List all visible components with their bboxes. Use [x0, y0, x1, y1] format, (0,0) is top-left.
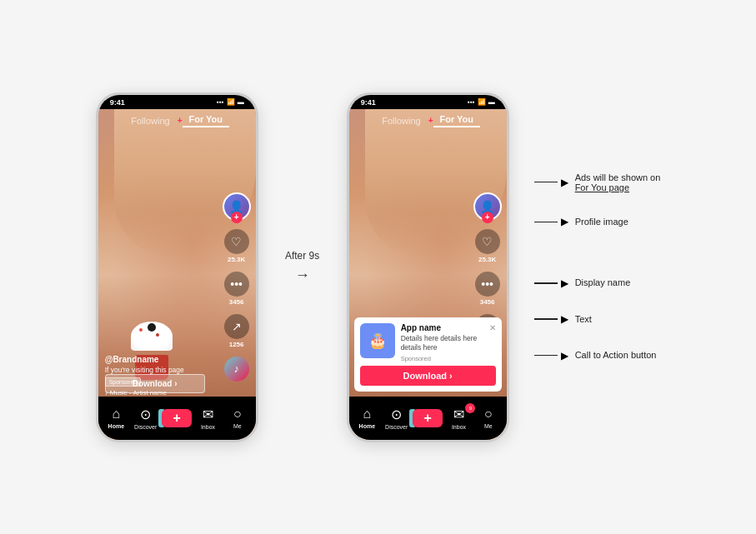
foryou-tab-1[interactable]: For You: [183, 114, 230, 127]
likes-count-2: 25.3K: [478, 256, 496, 263]
following-tab-1[interactable]: Following: [124, 116, 176, 126]
status-bar-1: 9:41 ▪▪▪ 📶 ▬: [98, 95, 256, 109]
inbox-label-1: Inbox: [201, 424, 215, 430]
profile-btn-1[interactable]: 👤 +: [223, 192, 251, 221]
arrowhead-foryou: ▶: [561, 177, 568, 188]
phone-1: 9:41 ▪▪▪ 📶 ▬ Fo: [96, 92, 258, 442]
annotation-cta: ▶ Call to Action button: [534, 349, 661, 362]
arrow-profile: ▶: [534, 216, 568, 227]
time-1: 9:41: [110, 98, 125, 107]
me-label-2: Me: [484, 423, 493, 429]
nav-me-2[interactable]: ○ Me: [475, 407, 502, 429]
annotation-text: ▶ Text: [534, 313, 661, 326]
likes-action-1[interactable]: ♡ 25.3K: [224, 229, 249, 263]
nav-home-2[interactable]: ⌂ Home: [353, 407, 380, 429]
inbox-badge-2: 9: [465, 403, 475, 413]
ad-download-btn[interactable]: Download ›: [360, 366, 496, 386]
comments-action-2[interactable]: ••• 3456: [475, 272, 500, 306]
sprinkle: [156, 333, 159, 337]
line-cta: [534, 355, 558, 357]
heart-icon-1: ♡: [224, 229, 249, 254]
home-icon-2: ⌂: [363, 407, 371, 422]
inbox-label-2: Inbox: [452, 424, 466, 430]
home-label-1: Home: [108, 423, 124, 429]
wifi-icon: 📶: [227, 98, 235, 106]
likes-action-2[interactable]: ♡ 25.3K: [475, 229, 500, 263]
arrowhead-displayname: ▶: [561, 277, 568, 289]
side-actions-1: 👤 + ♡ 25.3K ••• 3456 ↗ 1256: [223, 192, 251, 382]
add-btn-2[interactable]: +: [413, 409, 443, 427]
signal-icon-2: ▪▪▪: [468, 98, 475, 106]
comment-icon-1: •••: [224, 272, 249, 297]
nav-inbox-2[interactable]: ✉ 9 Inbox: [445, 407, 472, 430]
time-2: 9:41: [361, 98, 376, 107]
following-tab-2[interactable]: Following: [375, 116, 427, 126]
page-container: 9:41 ▪▪▪ 📶 ▬ Fo: [96, 92, 661, 442]
profile-btn-2[interactable]: 👤 +: [473, 192, 502, 221]
arrow-foryou: ▶: [534, 177, 568, 188]
profile-plus-2: +: [482, 212, 493, 223]
video-area-2: Following + For You 👤 + ♡ 25.3K ••• 3456: [349, 109, 507, 440]
inbox-icon-1: ✉: [203, 407, 213, 422]
foryou-tab-2[interactable]: For You: [433, 114, 481, 127]
annotation-profile-text: Profile image: [575, 216, 628, 228]
tiktok-disc-1[interactable]: ♪: [224, 357, 249, 382]
transition-arrow: After 9s →: [273, 250, 332, 284]
me-icon-2: ○: [484, 407, 493, 422]
shares-count-1: 1256: [229, 341, 244, 348]
nav-inbox-1[interactable]: ✉ Inbox: [194, 407, 221, 430]
ad-sponsored-label: Sponsored: [401, 355, 483, 362]
ad-top-row: 🎂 App name Details here details here det…: [360, 323, 496, 362]
home-label-2: Home: [359, 423, 375, 429]
shares-action-1[interactable]: ↗ 1256: [224, 314, 249, 348]
line-foryou: [534, 182, 558, 183]
battery-icon: ▬: [238, 98, 244, 106]
inbox-icon-2: ✉: [453, 407, 464, 422]
ad-close-btn[interactable]: ✕: [489, 323, 496, 332]
line-profile: [534, 222, 558, 223]
share-icon-1: ↗: [224, 314, 249, 339]
profile-plus-1: +: [231, 212, 243, 223]
frosting-1: [131, 322, 173, 351]
discover-label-1: Discover: [134, 424, 157, 430]
arrow-cta: ▶: [534, 350, 568, 362]
after-label: After 9s: [285, 250, 319, 262]
nav-home-1[interactable]: ⌂ Home: [103, 407, 129, 429]
wifi-icon-2: 📶: [478, 98, 486, 106]
discover-icon-1: ⊙: [140, 407, 151, 422]
comments-count-1: 3456: [229, 298, 244, 306]
arrow-icon: →: [295, 267, 310, 284]
comments-action-1[interactable]: ••• 3456: [224, 272, 249, 306]
line-text: [534, 318, 558, 320]
bottom-nav-1: ⌂ Home ⊙ Discover + ✉ Inbox ○ Me: [98, 397, 256, 440]
annotation-displayname-text: Display name: [575, 277, 631, 289]
heart-icon-2: ♡: [475, 229, 500, 254]
nav-add-2[interactable]: +: [413, 409, 443, 427]
likes-count-1: 25.3K: [228, 256, 245, 263]
arrowhead-profile: ▶: [561, 216, 568, 227]
download-btn-1[interactable]: Download ›: [105, 374, 205, 393]
annotation-text-label: Text: [575, 313, 592, 326]
annotations-panel: ▶ Ads will be shown on For You page ▶ Pr…: [534, 172, 661, 362]
status-icons-1: ▪▪▪ 📶 ▬: [217, 98, 244, 106]
add-btn-1[interactable]: +: [162, 409, 192, 427]
comments-count-2: 3456: [480, 298, 495, 306]
comment-icon-2: •••: [475, 272, 500, 297]
status-bar-2: 9:41 ▪▪▪ 📶 ▬: [349, 95, 507, 109]
status-icons-2: ▪▪▪ 📶 ▬: [468, 98, 495, 106]
video-area-1: Following + For You 👤 + ♡ 25.3K •••: [98, 109, 256, 440]
home-icon-1: ⌂: [112, 407, 120, 422]
arrow-displayname: ▶: [534, 277, 568, 289]
arrow-text: ▶: [534, 313, 568, 325]
ad-details: Details here details here details here: [401, 334, 483, 352]
arrowhead-text: ▶: [561, 313, 568, 325]
nav-discover-2[interactable]: ⊙ Discover: [383, 407, 410, 430]
nav-add-1[interactable]: +: [162, 409, 192, 427]
bottom-nav-2: ⌂ Home ⊙ Discover + ✉ 9 Inbox ○ Me: [349, 397, 507, 440]
nav-discover-1[interactable]: ⊙ Discover: [133, 407, 159, 430]
line-displayname: [534, 282, 558, 284]
arrowhead-cta: ▶: [561, 350, 568, 362]
brand-name-1: @Brandname: [105, 355, 219, 364]
phone-2: 9:41 ▪▪▪ 📶 ▬ Following + For You 👤 +: [347, 92, 509, 442]
nav-me-1[interactable]: ○ Me: [224, 407, 251, 429]
